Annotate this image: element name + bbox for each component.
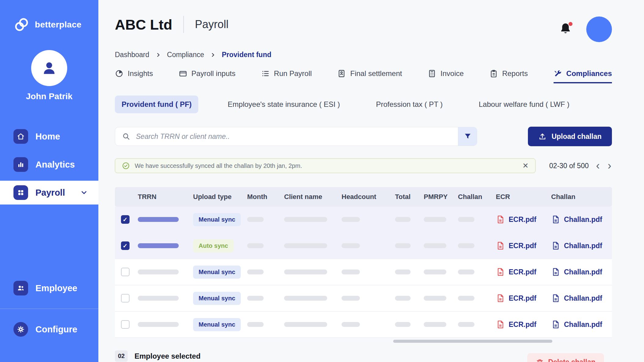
gear-icon	[13, 322, 28, 337]
challan-placeholder	[458, 270, 474, 274]
upload-challan-button[interactable]: Upload challan	[528, 127, 612, 146]
row-checkbox[interactable]	[121, 294, 130, 302]
table-row: ✓ Menual sync ECR.pdf Challan.pdf	[115, 207, 612, 233]
subtab-lwf[interactable]: Labour welfare fund ( LWF )	[472, 96, 576, 113]
tab-insights[interactable]: Insights	[115, 69, 153, 83]
challan-pdf-link[interactable]: Challan.pdf	[549, 241, 612, 250]
sidebar-item-configure[interactable]: Configure	[0, 317, 98, 341]
filter-button[interactable]	[458, 127, 477, 146]
trrn-placeholder	[138, 296, 179, 301]
clipboard-icon	[489, 69, 498, 78]
notification-dot	[569, 22, 573, 26]
upload-type-badge: Menual sync	[193, 318, 241, 331]
topbar: ABC Ltd Payroll	[115, 16, 612, 42]
ecr-pdf-link[interactable]: ECR.pdf	[493, 267, 549, 277]
total-placeholder	[395, 322, 411, 327]
user-profile: John Patrik	[0, 50, 98, 101]
search-input[interactable]	[135, 132, 458, 141]
delete-challan-label: Delete challan	[548, 358, 595, 362]
pagination: 02-30 of 500 ‹ ›	[549, 160, 612, 171]
calculator-icon	[428, 69, 436, 78]
company-title: ABC Ltd	[115, 16, 172, 33]
breadcrumb: Dashboard Compliance Provident fund	[115, 51, 612, 59]
total-placeholder	[395, 296, 411, 301]
challan-link-label: Challan.pdf	[564, 294, 602, 302]
search-icon	[122, 132, 130, 141]
table-row: Menual sync ECR.pdf Challan.pdf	[115, 259, 612, 285]
challan-pdf-link[interactable]: Challan.pdf	[549, 320, 612, 329]
notification-bell-icon[interactable]	[559, 22, 572, 37]
tab-final-settlement[interactable]: Final settlement	[337, 69, 402, 83]
upload-type-badge: Menual sync	[193, 292, 241, 305]
ecr-link-label: ECR.pdf	[509, 242, 536, 250]
pie-icon	[115, 69, 123, 78]
tab-label: Reports	[502, 69, 528, 78]
challan-link-label: Challan.pdf	[564, 242, 602, 250]
sidebar-item-payroll[interactable]: Payroll	[0, 181, 98, 205]
tab-label: Payroll inputs	[192, 69, 236, 78]
sidebar-divider	[0, 309, 98, 309]
controls-row: Upload challan	[115, 127, 612, 146]
subtab-pt[interactable]: Profession tax ( PT )	[369, 96, 449, 113]
scrollbar-thumb[interactable]	[393, 340, 552, 343]
tab-run-payroll[interactable]: Run Payroll	[261, 69, 312, 83]
table-row: Menual sync ECR.pdf Challan.pdf	[115, 285, 612, 312]
selection-footer: 02 Employee selected Delete challan	[115, 347, 612, 362]
challan-link-label: Challan.pdf	[564, 320, 602, 329]
upload-type-badge: Menual sync	[193, 213, 241, 226]
breadcrumb-compliance[interactable]: Compliance	[167, 51, 204, 59]
row-checkbox[interactable]: ✓	[121, 215, 130, 224]
page-next-icon[interactable]: ›	[607, 160, 612, 171]
avatar[interactable]	[31, 50, 67, 86]
total-placeholder	[395, 217, 411, 222]
home-icon	[13, 129, 28, 144]
client-name-placeholder	[284, 322, 327, 327]
month-placeholder	[247, 322, 264, 327]
sidebar-item-employee[interactable]: Employee	[0, 276, 98, 300]
challan-link-label: Challan.pdf	[564, 215, 602, 224]
ecr-pdf-link[interactable]: ECR.pdf	[493, 241, 549, 250]
ecr-pdf-link[interactable]: ECR.pdf	[493, 215, 549, 224]
row-checkbox[interactable]: ✓	[121, 241, 130, 250]
client-name-placeholder	[284, 270, 327, 274]
sidebar-item-home[interactable]: Home	[0, 125, 98, 148]
ecr-pdf-link[interactable]: ECR.pdf	[493, 320, 549, 329]
row-checkbox[interactable]	[121, 268, 130, 276]
column-header: Total	[393, 193, 421, 201]
tab-compliances[interactable]: Compliances	[554, 69, 612, 83]
month-placeholder	[247, 217, 264, 222]
pdf-icon	[496, 215, 505, 224]
client-name-placeholder	[284, 296, 327, 301]
employee-icon	[13, 281, 28, 295]
sidebar-item-label: Home	[35, 132, 60, 142]
row-checkbox[interactable]	[121, 320, 130, 329]
upload-type-badge: Auto sync	[193, 239, 234, 252]
close-icon[interactable]: ✕	[522, 162, 529, 169]
challan-pdf-link[interactable]: Challan.pdf	[549, 215, 612, 224]
tab-payroll-inputs[interactable]: Payroll inputs	[179, 69, 236, 83]
sidebar-item-analytics[interactable]: Analytics	[0, 153, 98, 176]
section-title: Payroll	[195, 18, 229, 31]
subtab-pf[interactable]: Provident fund ( PF)	[115, 96, 198, 113]
trrn-placeholder	[138, 217, 179, 222]
delete-challan-button[interactable]: Delete challan	[527, 353, 604, 362]
check-circle-icon	[122, 162, 130, 170]
tab-invoice[interactable]: Invoice	[428, 69, 464, 83]
tab-label: Insights	[128, 69, 153, 78]
pdf-icon	[496, 267, 505, 277]
challan-pdf-link[interactable]: Challan.pdf	[549, 294, 612, 303]
page-prev-icon[interactable]: ‹	[595, 160, 600, 171]
file-icon	[551, 215, 560, 224]
subtab-esi[interactable]: Employee's state insurance ( ESI )	[221, 96, 346, 113]
search-bar	[115, 127, 477, 146]
chevron-down-icon	[80, 189, 88, 197]
total-placeholder	[395, 270, 411, 274]
column-header: TRRN	[135, 193, 191, 201]
profile-avatar[interactable]	[586, 16, 612, 42]
challan-pdf-link[interactable]: Challan.pdf	[549, 267, 612, 277]
column-header: Client name	[282, 193, 339, 201]
betterplace-logo-icon	[13, 16, 30, 33]
breadcrumb-dashboard[interactable]: Dashboard	[115, 51, 149, 59]
tab-reports[interactable]: Reports	[489, 69, 528, 83]
ecr-pdf-link[interactable]: ECR.pdf	[493, 294, 549, 303]
